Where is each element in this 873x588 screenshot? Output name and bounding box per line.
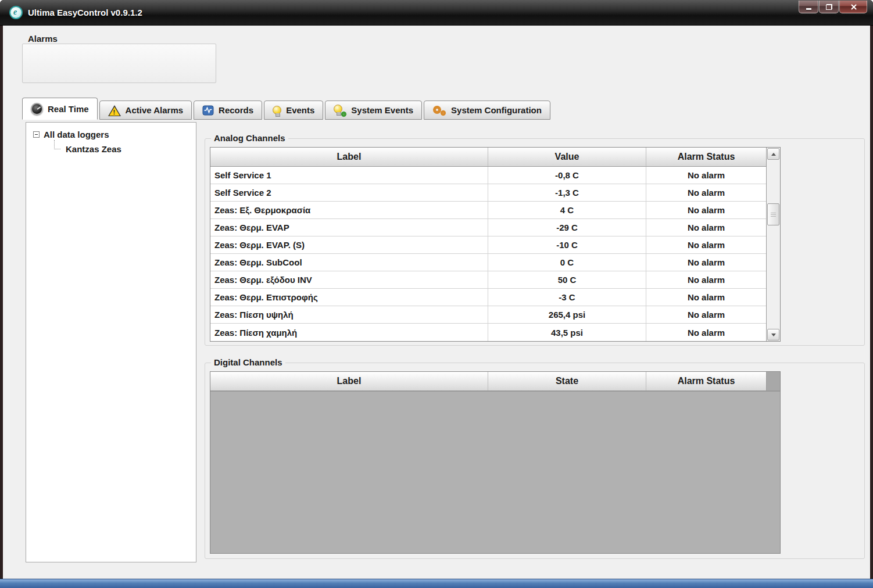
tab-label: System Configuration: [451, 105, 542, 115]
close-icon: [850, 3, 857, 10]
window-bottom-frame: [0, 579, 873, 588]
table-cell: No alarm: [646, 306, 766, 323]
analog-channels-group: Analog Channels Label Value Alarm Status…: [205, 138, 865, 346]
table-cell: No alarm: [646, 324, 766, 341]
table-cell: No alarm: [646, 202, 766, 218]
tab-system-events[interactable]: System Events: [325, 101, 422, 120]
tab-active-alarms[interactable]: Active Alarms: [99, 101, 192, 120]
gauge-icon: [31, 103, 43, 115]
table-cell: -10 C: [488, 236, 646, 253]
table-cell: 0 C: [488, 254, 646, 271]
tree-item-kantzas-zeas[interactable]: Kantzas Zeas: [54, 144, 196, 154]
tab-records[interactable]: Records: [194, 101, 262, 120]
table-row[interactable]: Zeas: Θερμ. εξόδου INV50 CNo alarm: [210, 271, 766, 289]
alarms-panel: [22, 44, 216, 83]
tab-label: Active Alarms: [126, 105, 184, 115]
scrollbar-corner: [766, 372, 780, 390]
digital-channels-table: Label State Alarm Status: [210, 371, 781, 554]
tab-system-configuration[interactable]: System Configuration: [424, 101, 550, 120]
arrow-up-icon: [771, 153, 776, 156]
tab-label: Records: [219, 105, 253, 115]
table-cell: -3 C: [488, 289, 646, 306]
table-cell: -1,3 C: [488, 184, 646, 201]
table-row[interactable]: Zeas: Θερμ. EVAP-29 CNo alarm: [210, 219, 766, 236]
table-row[interactable]: Zeas: Εξ. Θερμοκρασία4 CNo alarm: [210, 202, 766, 219]
app-window: Ultima EasyControl v0.9.1.2 Alarms Real …: [0, 0, 873, 588]
tab-label: System Events: [351, 105, 413, 115]
titlebar: Ultima EasyControl v0.9.1.2: [0, 0, 873, 26]
table-cell: No alarm: [646, 236, 766, 253]
digital-channels-title: Digital Channels: [211, 357, 285, 367]
tab-real-time[interactable]: Real Time: [22, 98, 98, 120]
minimize-button[interactable]: [799, 1, 818, 13]
table-cell: Zeas: Θερμ. SubCool: [210, 254, 488, 271]
table-cell: Self Service 2: [210, 184, 488, 201]
table-cell: No alarm: [646, 184, 766, 201]
table-cell: No alarm: [646, 219, 766, 236]
tree-item-all-data-loggers[interactable]: All data loggers: [33, 130, 196, 139]
header-label[interactable]: Label: [210, 372, 488, 390]
header-alarm-status[interactable]: Alarm Status: [646, 148, 766, 166]
gears-icon: [432, 105, 446, 116]
table-row[interactable]: Zeas: Θερμ. Επιστροφής-3 CNo alarm: [210, 289, 766, 306]
analog-table-header: Label Value Alarm Status: [210, 148, 766, 167]
table-cell: No alarm: [646, 271, 766, 288]
table-row[interactable]: Zeas: Πίεση υψηλή265,4 psiNo alarm: [210, 306, 766, 324]
bulb-gear-icon: [334, 105, 346, 116]
tree-item-label: All data loggers: [44, 130, 109, 139]
close-button[interactable]: [839, 1, 867, 13]
table-row[interactable]: Self Service 2-1,3 CNo alarm: [210, 184, 766, 202]
analog-channels-title: Analog Channels: [211, 133, 288, 143]
table-cell: Zeas: Πίεση υψηλή: [210, 306, 488, 323]
table-cell: 43,5 psi: [488, 324, 646, 341]
table-cell: -29 C: [488, 219, 646, 236]
table-cell: Self Service 1: [210, 167, 488, 184]
window-title: Ultima EasyControl v0.9.1.2: [28, 0, 142, 26]
table-cell: No alarm: [646, 254, 766, 271]
tab-strip: Real Time Active Alarms Records Events: [22, 98, 552, 120]
header-label[interactable]: Label: [210, 148, 488, 166]
alarms-panel-label: Alarms: [28, 34, 58, 44]
table-cell: No alarm: [646, 167, 766, 184]
scrollbar-thumb[interactable]: [767, 203, 779, 225]
digital-table-header: Label State Alarm Status: [210, 372, 780, 391]
restore-icon: [826, 4, 832, 10]
scroll-down-button[interactable]: [767, 329, 779, 340]
collapse-icon[interactable]: [33, 131, 40, 138]
digital-table-body: [210, 391, 780, 553]
window-controls: [799, 1, 867, 13]
header-value[interactable]: Value: [488, 148, 646, 166]
table-row[interactable]: Zeas: Πίεση χαμηλή43,5 psiNo alarm: [210, 324, 766, 341]
scrollbar-track[interactable]: [767, 160, 780, 328]
analog-table-body: Self Service 1-0,8 CNo alarmSelf Service…: [210, 167, 766, 341]
scroll-up-button[interactable]: [767, 148, 779, 160]
digital-channels-group: Digital Channels Label State Alarm Statu…: [205, 363, 865, 559]
analog-channels-table: Label Value Alarm Status Self Service 1-…: [210, 147, 781, 342]
table-row[interactable]: Zeas: Θερμ. EVAP. (S)-10 CNo alarm: [210, 236, 766, 254]
table-cell: Zeas: Θερμ. εξόδου INV: [210, 271, 488, 288]
table-cell: 4 C: [488, 202, 646, 218]
tab-label: Events: [286, 105, 314, 115]
tab-label: Real Time: [48, 104, 89, 114]
warning-icon: [108, 105, 121, 116]
header-alarm-status[interactable]: Alarm Status: [646, 372, 766, 390]
header-state[interactable]: State: [488, 372, 646, 390]
analog-table-scrollbar[interactable]: [766, 148, 780, 341]
arrow-down-icon: [771, 334, 776, 336]
table-cell: 265,4 psi: [488, 306, 646, 323]
bulb-icon: [273, 106, 281, 114]
restore-button[interactable]: [819, 1, 839, 13]
table-cell: -0,8 C: [488, 167, 646, 184]
tab-events[interactable]: Events: [264, 101, 323, 120]
table-cell: Zeas: Πίεση χαμηλή: [210, 324, 488, 341]
table-cell: 50 C: [488, 271, 646, 288]
datalogger-tree: All data loggers Kantzas Zeas: [26, 122, 196, 562]
window-content: Alarms Real Time Active Alarms Records E…: [3, 26, 870, 579]
table-cell: No alarm: [646, 289, 766, 306]
table-cell: Zeas: Θερμ. EVAP: [210, 219, 488, 236]
tree-connector: [54, 140, 60, 149]
table-row[interactable]: Zeas: Θερμ. SubCool0 CNo alarm: [210, 254, 766, 271]
table-cell: Zeas: Θερμ. Επιστροφής: [210, 289, 488, 306]
waveform-icon: [202, 105, 214, 116]
table-row[interactable]: Self Service 1-0,8 CNo alarm: [210, 167, 766, 184]
